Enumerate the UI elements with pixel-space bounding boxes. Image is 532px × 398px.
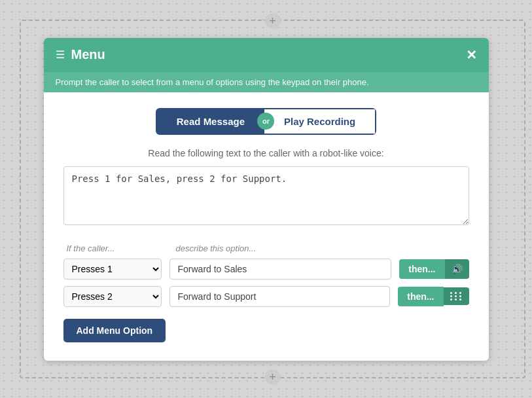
presses-select-2[interactable]: Presses 2 — [63, 286, 162, 307]
menu-card: ☰ Menu ✕ Prompt the caller to select fro… — [44, 38, 489, 361]
description-text: Read the following text to the caller wi… — [63, 148, 469, 158]
header-left: ☰ Menu — [56, 47, 105, 62]
option-description-2[interactable] — [169, 286, 391, 307]
then-group-2: then... — [398, 287, 469, 306]
grid-icon — [450, 292, 463, 300]
toggle-group: Read Message or Play Recording — [63, 108, 469, 135]
option-description-1[interactable] — [169, 259, 392, 280]
read-message-button[interactable]: Read Message — [157, 109, 264, 134]
option-row-2: Presses 2 then... — [63, 286, 469, 307]
add-menu-option-button[interactable]: Add Menu Option — [63, 319, 166, 342]
speaker-icon: 🔊 — [452, 264, 463, 274]
col1-label: If the caller... — [67, 244, 168, 253]
then-group-1: then... 🔊 — [399, 259, 469, 279]
card-header: ☰ Menu ✕ — [44, 38, 489, 72]
card-body: Read Message or Play Recording Read the … — [44, 92, 489, 361]
presses-select-1[interactable]: Presses 1 — [63, 259, 162, 280]
add-bottom-button[interactable]: + — [265, 369, 281, 385]
play-recording-button[interactable]: Play Recording — [264, 109, 375, 134]
add-top-button[interactable]: + — [265, 13, 281, 29]
close-icon[interactable]: ✕ — [466, 47, 477, 63]
speaker-icon-button[interactable]: 🔊 — [445, 259, 469, 279]
option-row: Presses 1 then... 🔊 — [63, 259, 469, 280]
menu-lines-icon: ☰ — [56, 48, 65, 61]
then-button-1[interactable]: then... — [399, 259, 444, 279]
or-divider: or — [257, 113, 274, 130]
then-button-2[interactable]: then... — [398, 287, 443, 306]
col2-label: describe this option... — [176, 244, 469, 253]
options-header: If the caller... describe this option... — [63, 244, 469, 253]
info-text: Prompt the caller to select from a menu … — [56, 77, 369, 87]
info-bar: Prompt the caller to select from a menu … — [44, 72, 489, 92]
message-textarea[interactable]: Press 1 for Sales, press 2 for Support. — [63, 166, 469, 225]
toggle-wrapper: Read Message or Play Recording — [156, 108, 376, 135]
grid-icon-button[interactable] — [444, 287, 469, 305]
card-title: Menu — [71, 47, 105, 62]
